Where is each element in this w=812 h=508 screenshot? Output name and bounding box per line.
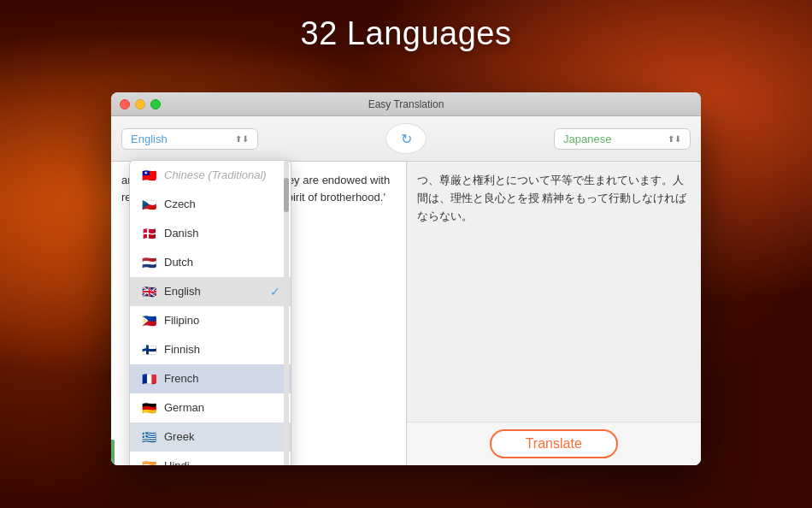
dropdown-item-french[interactable]: 🇫🇷 French (130, 364, 291, 393)
language-name-filipino: Filipino (164, 314, 199, 327)
flag-french: 🇫🇷 (140, 370, 157, 387)
source-language-label: English (131, 133, 168, 145)
dropdown-item-czech[interactable]: 🇨🇿 Czech (130, 190, 291, 219)
dropdown-item-hindi[interactable]: 🇮🇳 Hindi (130, 452, 291, 466)
translate-button-row: Translate (407, 422, 702, 465)
app-window: Easy Translation English ⬆⬇ 🇹🇼 Chinese (… (111, 92, 701, 465)
target-panel: つ、尊厳と権利とについて平等で生まれています。人間は、理性と良心とを授 精神をも… (407, 162, 702, 465)
flag-english: 🇬🇧 (140, 283, 157, 300)
language-name-finnish: Finnish (164, 343, 200, 356)
flag-dutch: 🇳🇱 (140, 254, 157, 271)
maximize-button[interactable] (150, 99, 161, 109)
dropdown-item-danish[interactable]: 🇩🇰 Danish (130, 219, 291, 248)
language-name-czech: Czech (164, 198, 196, 210)
translated-text: つ、尊厳と権利とについて平等で生まれています。人間は、理性と良心とを授 精神をも… (417, 172, 691, 225)
language-dropdown[interactable]: 🇹🇼 Chinese (Traditional) 🇨🇿 Czech 🇩🇰 Dan… (129, 160, 291, 466)
traffic-lights (120, 99, 161, 109)
page-title: 32 Languages (301, 15, 512, 51)
language-name-english: English (164, 285, 201, 298)
minimize-button[interactable] (135, 99, 145, 109)
flag-danish: 🇩🇰 (140, 225, 157, 242)
translate-button[interactable]: Translate (490, 429, 618, 458)
language-name-french: French (164, 372, 198, 385)
target-language-label: Japanese (563, 133, 611, 145)
flag-filipino: 🇵🇭 (140, 312, 157, 329)
flag-chinese-traditional: 🇹🇼 (140, 167, 157, 184)
page-title-area: 32 Languages (0, 15, 812, 52)
dropdown-item-greek[interactable]: 🇬🇷 Greek (130, 422, 291, 452)
swap-button[interactable]: ↻ (385, 123, 427, 154)
flag-finnish: 🇫🇮 (140, 341, 157, 358)
scroll-thumb[interactable] (284, 178, 289, 212)
language-name-dutch: Dutch (164, 256, 193, 269)
checkmark-icon: ✓ (270, 285, 280, 298)
source-language-selector[interactable]: English ⬆⬇ 🇹🇼 Chinese (Traditional) 🇨🇿 C… (121, 128, 258, 150)
flag-greek: 🇬🇷 (140, 428, 157, 446)
translated-text-area: つ、尊厳と権利とについて平等で生まれています。人間は、理性と良心とを授 精神をも… (407, 162, 702, 422)
target-selector-arrow: ⬆⬇ (668, 134, 681, 144)
green-accent-bar (111, 440, 115, 465)
toolbar: English ⬆⬇ 🇹🇼 Chinese (Traditional) 🇨🇿 C… (111, 116, 701, 162)
language-name-chinese-traditional: Chinese (Traditional) (164, 168, 267, 181)
dropdown-item-english[interactable]: 🇬🇧 English ✓ (130, 277, 291, 306)
flag-czech: 🇨🇿 (140, 196, 157, 213)
flag-hindi: 🇮🇳 (140, 458, 157, 466)
language-name-hindi: Hindi (164, 459, 190, 465)
source-selector-arrow: ⬆⬇ (235, 134, 249, 144)
close-button[interactable] (120, 99, 130, 109)
language-name-greek: Greek (164, 430, 194, 443)
dropdown-item-finnish[interactable]: 🇫🇮 Finnish (130, 335, 291, 364)
dropdown-item-filipino[interactable]: 🇵🇭 Filipino (130, 306, 291, 335)
dropdown-item-chinese-traditional[interactable]: 🇹🇼 Chinese (Traditional) (130, 161, 291, 190)
language-name-german: German (164, 401, 204, 414)
language-name-danish: Danish (164, 227, 198, 239)
swap-icon: ↻ (401, 131, 412, 147)
window-title: Easy Translation (368, 98, 444, 110)
title-bar: Easy Translation (111, 92, 701, 116)
dropdown-item-dutch[interactable]: 🇳🇱 Dutch (130, 248, 291, 277)
dropdown-item-german[interactable]: 🇩🇪 German (130, 393, 291, 422)
target-language-selector[interactable]: Japanese ⬆⬇ (554, 128, 691, 150)
scroll-indicator (284, 161, 289, 466)
flag-german: 🇩🇪 (140, 399, 157, 416)
